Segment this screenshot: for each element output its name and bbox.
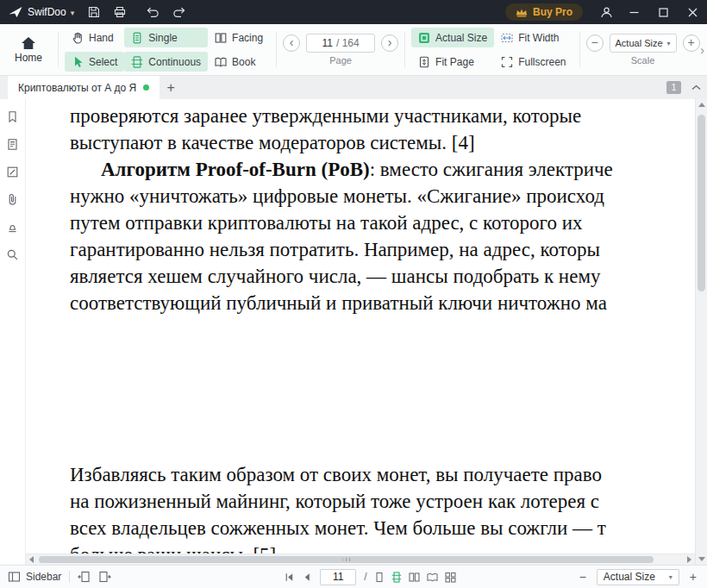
status-zoom-in-button[interactable]: + (687, 570, 699, 584)
annotations-icon[interactable] (6, 166, 19, 178)
scale-caret-icon: ▾ (666, 40, 670, 47)
facing-label: Facing (232, 32, 263, 44)
zoom-out-button[interactable]: − (586, 34, 604, 52)
continuous-view-button[interactable]: Continuous (124, 52, 208, 72)
select-tool-button[interactable]: Select (65, 52, 124, 72)
scroll-right-icon[interactable] (684, 554, 695, 565)
doc-line: является хешем случайного числа, — шансы… (70, 263, 695, 290)
page-number-input[interactable]: 11 / 164 (306, 34, 375, 53)
status-divider (69, 571, 70, 583)
titlebar: SwifDoo ▾ Buy Pro (0, 0, 707, 24)
scale-dropdown[interactable]: Actual Size ▾ (610, 34, 677, 53)
status-zoom-caret-icon: ▾ (669, 573, 673, 581)
home-tab[interactable]: Home (5, 36, 52, 64)
page-nav-controls: 11 / (284, 569, 456, 585)
stamp-icon[interactable] (6, 221, 19, 234)
facing-pages-icon (215, 32, 227, 44)
page-current: 11 (322, 37, 333, 49)
pdf-page-content: проверяются заранее утвержденными участн… (26, 99, 695, 565)
document-tab-title: Криптовалюты от А до Я (18, 82, 136, 94)
page-mode-column-2: Facing Book (208, 28, 270, 72)
search-icon[interactable] (6, 248, 19, 261)
app-menu-caret-icon[interactable]: ▾ (66, 7, 82, 17)
single-page-icon (131, 32, 143, 44)
sidebar-label: Sidebar (26, 571, 61, 583)
undo-button[interactable] (140, 0, 166, 24)
doc-line-rest: : вместо сжигания электриче (370, 159, 613, 180)
fit-width-icon (501, 32, 513, 44)
zoom-in-button[interactable]: + (683, 34, 700, 52)
actual-size-icon (418, 32, 430, 44)
minimize-button[interactable] (619, 0, 648, 24)
status-page-input[interactable]: 11 (320, 569, 356, 585)
redo-button[interactable] (166, 0, 191, 24)
app-window: SwifDoo ▾ Buy Pro (0, 0, 707, 588)
zoom-column-2: Fit Width Fullscreen (494, 28, 572, 72)
book-view-button[interactable]: Book (208, 52, 270, 72)
save-button[interactable] (81, 0, 107, 24)
scale-group: − Actual Size ▾ + Scale (586, 34, 700, 66)
horizontal-scrollbar[interactable] (26, 554, 695, 565)
buy-pro-button[interactable]: Buy Pro (505, 3, 583, 21)
continuous-view-icon[interactable] (391, 572, 402, 583)
book-view-icon[interactable] (427, 572, 438, 583)
doc-line: выступают в качестве модераторов системы… (70, 129, 695, 156)
doc-line: на пожизненный майнинг, который тоже уст… (70, 488, 695, 515)
fit-width-button[interactable]: Fit Width (494, 28, 572, 47)
fit-page-button[interactable]: Fit Page (411, 52, 494, 72)
document-tab[interactable]: Криптовалюты от А до Я (8, 76, 160, 99)
scroll-left-icon[interactable] (26, 554, 37, 565)
next-view-button[interactable] (98, 571, 111, 583)
first-page-button[interactable] (284, 572, 295, 583)
fullscreen-button[interactable]: Fullscreen (494, 52, 572, 72)
vertical-scrollbar[interactable] (695, 99, 707, 565)
doc-paragraph: Избавляясь таким образом от своих монет,… (70, 461, 695, 565)
tabbar-right: 1 (666, 81, 707, 94)
single-view-button[interactable]: Single (124, 28, 208, 47)
next-page-button[interactable]: › (381, 34, 398, 52)
collapse-ribbon-button[interactable] (691, 84, 701, 91)
prev-page-button-status[interactable] (302, 572, 313, 583)
select-label: Select (89, 56, 117, 68)
select-cursor-icon (72, 56, 84, 68)
page-total: / 164 (336, 37, 360, 49)
sidebar-toggle-button[interactable]: Sidebar (8, 571, 61, 583)
ribbon-toolbar: Home Hand Select Single (0, 24, 707, 76)
page-nav-group: ‹ 11 / 164 › Page (283, 34, 398, 66)
close-button[interactable] (678, 0, 707, 24)
vertical-scroll-thumb[interactable] (698, 115, 705, 291)
prev-page-button[interactable]: ‹ (283, 34, 300, 52)
scroll-down-icon[interactable] (696, 554, 707, 565)
horizontal-scroll-thumb[interactable] (39, 556, 654, 563)
single-view-icon[interactable] (374, 572, 385, 583)
vertical-scroll-track[interactable] (696, 110, 707, 554)
bookmarks-icon[interactable] (6, 110, 19, 123)
account-button[interactable] (593, 0, 619, 24)
ribbon-divider (579, 32, 580, 67)
ribbon-more-button[interactable]: › (700, 43, 704, 57)
scale-value: Actual Size (616, 38, 663, 48)
new-tab-button[interactable]: + (160, 76, 182, 99)
status-zoom-out-button[interactable]: − (577, 570, 589, 584)
doc-line: путем отправки криптовалюты на такой адр… (70, 210, 695, 236)
print-button[interactable] (107, 0, 133, 24)
thumbnails-icon[interactable] (6, 138, 19, 151)
scroll-up-icon[interactable] (696, 99, 707, 110)
document-viewport[interactable]: проверяются заранее утвержденными участн… (26, 99, 695, 565)
actual-size-button[interactable]: Actual Size (411, 28, 494, 47)
facing-view-button[interactable]: Facing (208, 28, 270, 47)
fit-page-icon (418, 56, 430, 68)
status-zoom-dropdown[interactable]: Actual Size ▾ (597, 569, 679, 585)
previous-view-button[interactable] (78, 571, 91, 583)
ribbon-divider (276, 32, 277, 67)
hand-label: Hand (89, 32, 114, 44)
doc-line: гарантированно нельзя потратить. Наприме… (70, 236, 695, 263)
thumbnail-grid-icon[interactable] (445, 572, 456, 583)
single-label: Single (148, 32, 177, 44)
attachments-icon[interactable] (6, 193, 19, 206)
maximize-button[interactable] (648, 0, 678, 24)
facing-view-icon[interactable] (409, 572, 420, 583)
hand-tool-button[interactable]: Hand (65, 28, 124, 47)
ribbon-divider (404, 32, 405, 67)
book-label: Book (232, 56, 255, 68)
